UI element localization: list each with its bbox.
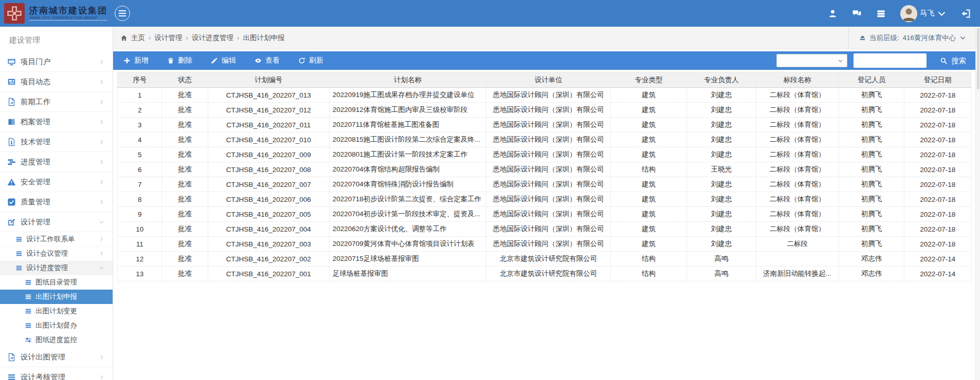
user-icon[interactable]	[828, 9, 838, 18]
table-row[interactable]: 2 批准 CTJHSB_416_202207_012 20220912体育馆施工…	[118, 103, 971, 118]
table-row[interactable]: 10 批准 CTJHSB_416_202207_004 20220620方案设计…	[118, 222, 971, 237]
add-button[interactable]: 新增	[123, 56, 149, 65]
sidebar-item-design-output[interactable]: 设计出图管理	[0, 347, 113, 367]
keyword-input[interactable]	[854, 53, 927, 68]
menu-toggle-button[interactable]	[115, 6, 130, 21]
sidebar-item-design-assessment[interactable]: 设计考核管理	[0, 367, 113, 380]
cell-registrant: 邓志伟	[839, 252, 904, 267]
column-header[interactable]: 设计单位	[486, 72, 611, 88]
sidebar-item-drawing-plan-change[interactable]: 出图计划变更	[0, 304, 113, 318]
menu-bars-icon	[25, 322, 32, 329]
breadcrumb-home[interactable]: 主页	[131, 33, 145, 43]
cell-status: 批准	[162, 177, 208, 192]
sidebar-item-project-news[interactable]: 项目动态	[0, 72, 113, 92]
breadcrumb-design-progress[interactable]: 设计进度管理	[192, 33, 233, 43]
cell-major-leader: 刘建忠	[687, 177, 756, 192]
scrollbar-thumb[interactable]	[977, 28, 979, 89]
view-button[interactable]: 查看	[255, 56, 280, 65]
logout-icon[interactable]	[961, 9, 971, 18]
view-button-label: 查看	[265, 56, 280, 65]
cell-plan-name: 20220801施工图设计第一阶段技术定案工作	[329, 147, 486, 162]
topbar-actions: 马飞	[828, 5, 980, 22]
table-row[interactable]: 5 批准 CTJHSB_416_202207_009 20220801施工图设计…	[118, 147, 971, 162]
cell-major-type: 结构	[611, 267, 687, 281]
cell-design-unit: 北京市建筑设计研究院有限公司	[486, 252, 611, 267]
table-row[interactable]: 9 批准 CTJHSB_416_202207_005 20220704初步设计第…	[118, 207, 971, 222]
breadcrumb-separator: ›	[237, 34, 240, 42]
sidebar-item-preliminary-work[interactable]: 前期工作	[0, 92, 113, 112]
breadcrumb-design-management[interactable]: 设计管理	[155, 33, 183, 43]
table-row[interactable]: 1 批准 CTJHSB_416_202207_013 20220919施工图成果…	[118, 88, 971, 103]
sidebar-item-archive-management[interactable]: 档案管理	[0, 112, 113, 132]
sidebar-item-drawing-plan-declare[interactable]: 出图计划申报	[0, 290, 113, 304]
column-header[interactable]: 专业负责人	[687, 72, 756, 88]
cell-status: 批准	[162, 103, 208, 118]
table-row[interactable]: 11 批准 CTJHSB_416_202207_003 20220709黄河体育…	[118, 237, 971, 252]
cell-seq: 12	[118, 252, 162, 267]
cell-major-type: 建筑	[611, 88, 687, 103]
sidebar-item-progress-management[interactable]: 进度管理	[0, 152, 113, 172]
cell-design-unit: 悉地国际设计顾问（深圳）有限公司	[486, 118, 611, 132]
column-header[interactable]: 计划编号	[208, 72, 329, 88]
cell-status: 批准	[162, 207, 208, 222]
table-row[interactable]: 8 批准 CTJHSB_416_202207_006 20220718初步设计阶…	[118, 192, 971, 207]
cell-status: 批准	[162, 88, 208, 103]
add-button-label: 新增	[134, 56, 149, 65]
cell-plan-name: 20220718初步设计阶第二次提资、综合定案工作	[329, 192, 486, 207]
current-level-selector[interactable]: 当前层级: 416黄河体育中心	[848, 27, 975, 49]
column-header[interactable]: 标段名称	[756, 72, 839, 88]
sidebar-item-drawing-progress-monitor[interactable]: 图纸进度监控	[0, 333, 113, 347]
column-header[interactable]: 计划名称	[329, 72, 486, 88]
cell-registrant: 初腾飞	[839, 132, 904, 147]
user-menu[interactable]: 马飞	[900, 5, 947, 22]
sidebar-item-project-portal[interactable]: 项目门户	[0, 52, 113, 72]
sidebar-item-safety-management[interactable]: 安全管理	[0, 172, 113, 192]
column-header[interactable]: 专业类型	[611, 72, 687, 88]
cell-major-type: 建筑	[611, 222, 687, 237]
table-row[interactable]: 7 批准 CTJHSB_416_202207_007 20220704体育馆特殊…	[118, 177, 971, 192]
pdf-file-icon	[7, 353, 16, 362]
sidebar-item-drawing-plan-supervise[interactable]: 出图计划督办	[0, 318, 113, 333]
edit-button[interactable]: 编辑	[211, 56, 236, 65]
vertical-scrollbar[interactable]	[975, 27, 980, 380]
table-row[interactable]: 12 批准 CTJHSB_416_202207_002 20220715足球场桩…	[118, 252, 971, 267]
cell-section-name	[756, 252, 839, 267]
refresh-button[interactable]: 刷新	[298, 56, 323, 65]
cell-seq: 6	[118, 162, 162, 177]
cell-seq: 1	[118, 88, 162, 103]
table-row[interactable]: 3 批准 CTJHSB_416_202207_011 20220711体育馆桩基…	[118, 118, 971, 132]
cell-registrant: 初腾飞	[839, 88, 904, 103]
cell-plan-name: 20220704初步设计第一阶段技术审定、提资及...	[329, 207, 486, 222]
sidebar-item-design-work-contact[interactable]: 设计工作联系单	[0, 232, 113, 246]
table-row[interactable]: 6 批准 CTJHSB_416_202207_008 20220704体育馆结构…	[118, 162, 971, 177]
delete-button[interactable]: 删除	[167, 56, 192, 65]
chevron-right-icon	[99, 179, 104, 185]
sidebar-item-quality-management[interactable]: 质量管理	[0, 192, 113, 212]
column-header[interactable]: 状态	[162, 72, 208, 88]
chevron-right-icon	[99, 99, 104, 105]
cell-register-date: 2022-07-18	[904, 103, 971, 118]
table-row[interactable]: 4 批准 CTJHSB_416_202207_010 20220815施工图设计…	[118, 132, 971, 147]
filter-select[interactable]	[776, 54, 847, 67]
messages-icon[interactable]	[852, 9, 862, 18]
cell-seq: 2	[118, 103, 162, 118]
plan-table-body: 1 批准 CTJHSB_416_202207_013 20220919施工图成果…	[118, 88, 971, 281]
sidebar-item-technology-management[interactable]: 技术管理	[0, 132, 113, 152]
sidebar-item-design-management[interactable]: 设计管理	[0, 212, 113, 232]
cell-major-type: 建筑	[611, 103, 687, 118]
sidebar-item-drawing-catalog[interactable]: 图纸目录管理	[0, 275, 113, 290]
cell-design-unit: 悉地国际设计顾问（深圳）有限公司	[486, 132, 611, 147]
table-row[interactable]: 13 批准 CTJHSB_416_202207_001 足球场桩基报审图 北京市…	[118, 267, 971, 281]
cell-plan-code: CTJHSB_416_202207_013	[208, 88, 329, 103]
cell-section-name: 二标段	[756, 237, 839, 252]
sidebar-item-design-meeting[interactable]: 设计会议管理	[0, 246, 113, 261]
column-header[interactable]: 登记人员	[839, 72, 904, 88]
cell-design-unit: 悉地国际设计顾问（深圳）有限公司	[486, 177, 611, 192]
task-list-icon[interactable]	[876, 9, 886, 18]
cell-register-date: 2022-07-18	[904, 222, 971, 237]
search-button[interactable]: 搜索	[940, 56, 966, 66]
username: 马飞	[920, 9, 934, 18]
sidebar-item-design-progress[interactable]: 设计进度管理	[0, 261, 113, 275]
column-header[interactable]: 序号	[118, 72, 162, 88]
column-header[interactable]: 登记日期	[904, 72, 971, 88]
